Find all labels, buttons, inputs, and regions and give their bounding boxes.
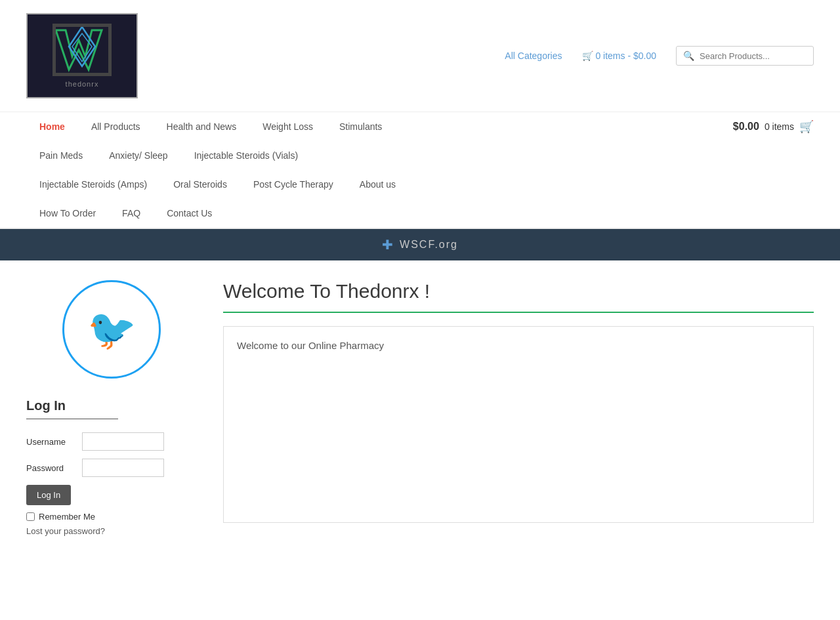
content-box: Welcome to our Online Pharmacy <box>223 326 814 523</box>
search-input[interactable] <box>700 51 807 61</box>
login-title: Log In <box>26 398 197 413</box>
cart-icon-nav[interactable]: 🛒 <box>799 119 814 134</box>
nav-item-pain-meds[interactable]: Pain Meds <box>26 141 96 170</box>
nav-row-3: Injectable Steroids (Amps) Oral Steroids… <box>26 170 814 199</box>
nav-item-contact-us[interactable]: Contact Us <box>154 199 225 228</box>
login-button[interactable]: Log In <box>26 485 71 505</box>
banner-plus-icon: ✚ <box>382 237 394 253</box>
svg-rect-5 <box>52 73 112 76</box>
nav-item-injectable-amps[interactable]: Injectable Steroids (Amps) <box>26 170 160 199</box>
nav-item-post-cycle[interactable]: Post Cycle Therapy <box>240 170 346 199</box>
username-field: Username <box>26 432 197 451</box>
all-categories-link[interactable]: All Categories <box>505 51 562 61</box>
twitter-icon: 🐦 <box>87 306 136 353</box>
svg-rect-7 <box>108 24 112 76</box>
remember-row: Remember Me <box>26 512 197 522</box>
banner: ✚ WSCF.org <box>0 229 840 260</box>
welcome-title: Welcome To Thedonrx ! <box>223 280 814 302</box>
lost-password-link[interactable]: Lost your password? <box>26 526 197 537</box>
nav-item-home[interactable]: Home <box>26 112 78 141</box>
search-icon: 🔍 <box>683 51 694 61</box>
nav-item-injectable-vials[interactable]: Injectable Steroids (Vials) <box>181 141 311 170</box>
nav-item-health-news[interactable]: Health and News <box>154 112 250 141</box>
banner-text: WSCF.org <box>400 239 458 251</box>
logo[interactable]: thedonrx <box>26 13 138 98</box>
search-box: 🔍 <box>676 46 814 66</box>
nav-item-how-to-order[interactable]: How To Order <box>26 199 109 228</box>
password-field: Password <box>26 459 197 477</box>
remember-me-checkbox[interactable] <box>26 512 35 521</box>
nav-row-2: Pain Meds Anxiety/ Sleep Injectable Ster… <box>26 141 814 170</box>
password-label: Password <box>26 463 75 473</box>
main-content: 🐦 Log In Username Password Log In Rememb… <box>0 260 840 557</box>
username-input[interactable] <box>82 432 164 451</box>
svg-rect-4 <box>52 24 112 27</box>
password-input[interactable] <box>82 459 164 477</box>
cart-price: $0.00 <box>733 121 759 133</box>
logo-area: thedonrx <box>26 13 138 98</box>
nav-item-about-us[interactable]: About us <box>346 170 409 199</box>
login-actions: Log In Remember Me Lost your password? <box>26 485 197 537</box>
header: thedonrx All Categories 🛒 0 items - $0.0… <box>0 0 840 112</box>
remember-me-label: Remember Me <box>39 512 95 522</box>
nav-item-weight-loss[interactable]: Weight Loss <box>249 112 326 141</box>
nav-item-stimulants[interactable]: Stimulants <box>326 112 395 141</box>
svg-rect-6 <box>52 24 56 76</box>
nav-item-all-products[interactable]: All Products <box>78 112 154 141</box>
welcome-divider <box>223 312 814 313</box>
nav-cart: $0.00 0 items 🛒 <box>733 119 814 134</box>
logo-text: thedonrx <box>66 80 99 88</box>
header-cart-link[interactable]: 🛒 0 items - $0.00 <box>582 51 657 61</box>
login-section: Log In Username Password Log In Remember… <box>26 398 197 537</box>
username-label: Username <box>26 437 75 447</box>
nav-item-oral-steroids[interactable]: Oral Steroids <box>160 170 240 199</box>
nav-row-4: How To Order FAQ Contact Us <box>26 199 814 228</box>
login-divider <box>26 419 118 419</box>
twitter-button[interactable]: 🐦 <box>62 280 161 379</box>
cart-icon-header: 🛒 <box>582 51 593 61</box>
content-area: Welcome To Thedonrx ! Welcome to our Onl… <box>223 280 814 537</box>
content-box-text: Welcome to our Online Pharmacy <box>237 340 800 351</box>
nav-item-faq[interactable]: FAQ <box>109 199 154 228</box>
header-right: All Categories 🛒 0 items - $0.00 🔍 <box>505 46 814 66</box>
nav-row-1: Home All Products Health and News Weight… <box>26 112 814 141</box>
cart-items-count: 0 items <box>765 121 794 132</box>
navigation: Home All Products Health and News Weight… <box>0 112 840 229</box>
sidebar: 🐦 Log In Username Password Log In Rememb… <box>26 280 197 537</box>
nav-item-anxiety-sleep[interactable]: Anxiety/ Sleep <box>96 141 181 170</box>
logo-icon <box>52 24 112 76</box>
